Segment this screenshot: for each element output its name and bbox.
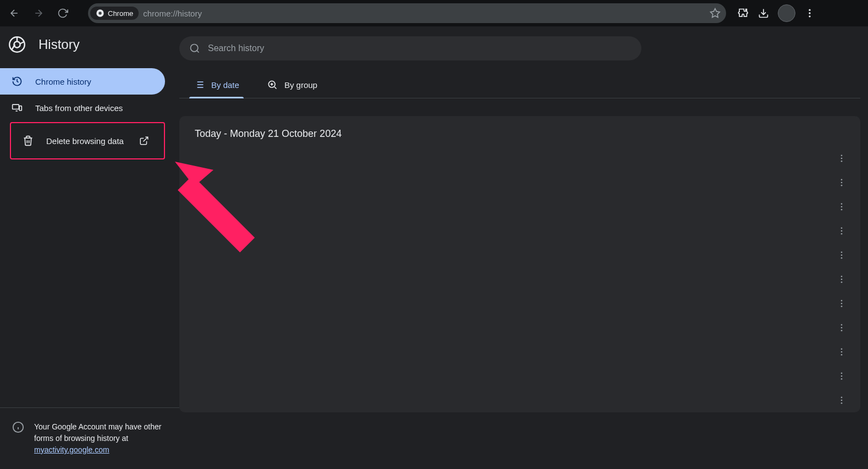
history-row[interactable] <box>179 388 860 412</box>
svg-point-54 <box>841 396 843 398</box>
row-more-button[interactable] <box>834 393 849 408</box>
more-vert-icon <box>837 299 847 308</box>
browser-menu-button[interactable] <box>803 7 816 20</box>
devices-icon <box>11 102 23 114</box>
history-card: Today - Monday 21 October 2024 <box>179 116 860 412</box>
sidebar-header: History <box>0 36 179 53</box>
history-row[interactable] <box>179 364 860 388</box>
more-vert-icon <box>837 371 847 381</box>
history-row[interactable] <box>179 219 860 243</box>
svg-rect-9 <box>13 104 19 109</box>
svg-point-50 <box>841 354 843 356</box>
svg-point-24 <box>841 155 843 156</box>
svg-point-34 <box>841 230 843 232</box>
back-button[interactable] <box>4 3 24 23</box>
arrow-left-icon <box>9 8 20 19</box>
svg-point-5 <box>809 12 810 14</box>
tab-label: By date <box>211 80 239 90</box>
history-row[interactable] <box>179 267 860 291</box>
browser-toolbar: Chrome chrome://history <box>0 0 868 26</box>
history-app: History Chrome history Tabs from other d… <box>0 26 868 469</box>
svg-point-36 <box>841 251 843 253</box>
sidebar-item-chrome-history[interactable]: Chrome history <box>0 68 165 95</box>
more-vert-icon <box>837 250 847 260</box>
svg-point-32 <box>841 209 843 211</box>
open-external-icon <box>139 136 149 146</box>
svg-point-30 <box>841 203 843 205</box>
svg-point-37 <box>841 255 843 256</box>
downloads-button[interactable] <box>757 7 770 20</box>
svg-point-42 <box>841 300 843 301</box>
svg-point-47 <box>841 330 843 332</box>
profile-avatar[interactable] <box>778 4 795 22</box>
sidebar-item-label: Tabs from other devices <box>35 103 123 113</box>
extensions-button[interactable] <box>736 7 749 20</box>
search-bar[interactable] <box>179 36 641 60</box>
sidebar-item-delete-browsing-data[interactable]: Delete browsing data <box>10 122 165 159</box>
row-more-button[interactable] <box>834 223 849 239</box>
sidebar: History Chrome history Tabs from other d… <box>0 26 179 469</box>
site-chip-label: Chrome <box>108 9 133 18</box>
chrome-logo-icon <box>9 36 25 53</box>
svg-point-25 <box>841 158 843 159</box>
svg-point-40 <box>841 279 843 280</box>
history-row[interactable] <box>179 316 860 340</box>
star-icon <box>710 8 721 19</box>
more-vert-icon <box>837 202 847 212</box>
tabs: By date By group <box>179 73 860 98</box>
main-content: By date By group Today - Monday 21 Octob… <box>179 26 868 469</box>
history-row[interactable] <box>179 340 860 364</box>
info-icon <box>12 421 24 433</box>
svg-line-16 <box>197 51 199 53</box>
history-row[interactable] <box>179 195 860 219</box>
svg-point-44 <box>841 306 843 307</box>
svg-rect-10 <box>19 106 21 111</box>
svg-point-15 <box>191 45 198 52</box>
row-more-button[interactable] <box>834 151 849 166</box>
more-vert-icon <box>837 226 847 236</box>
sidebar-item-label: Delete browsing data <box>46 136 124 146</box>
row-more-button[interactable] <box>834 368 849 384</box>
bookmark-button[interactable] <box>708 7 722 20</box>
history-row[interactable] <box>179 170 860 195</box>
site-chip[interactable]: Chrome <box>90 7 139 20</box>
tab-by-date[interactable]: By date <box>189 73 244 98</box>
svg-point-38 <box>841 257 843 259</box>
svg-point-35 <box>841 233 843 235</box>
row-more-button[interactable] <box>834 320 849 335</box>
svg-point-46 <box>841 327 843 329</box>
forward-button[interactable] <box>29 3 48 23</box>
svg-point-49 <box>841 351 843 353</box>
myactivity-link[interactable]: myactivity.google.com <box>34 445 109 454</box>
svg-point-48 <box>841 348 843 350</box>
svg-point-43 <box>841 303 843 305</box>
row-more-button[interactable] <box>834 296 849 311</box>
row-more-button[interactable] <box>834 247 849 263</box>
puzzle-icon <box>737 8 748 19</box>
history-row[interactable] <box>179 146 860 170</box>
date-header: Today - Monday 21 October 2024 <box>179 116 860 146</box>
download-icon <box>758 8 769 19</box>
tab-by-group[interactable]: By group <box>262 73 322 98</box>
svg-point-45 <box>841 324 843 325</box>
search-icon <box>189 43 200 54</box>
history-row[interactable] <box>179 243 860 267</box>
search-input[interactable] <box>208 43 631 53</box>
svg-point-6 <box>809 15 810 17</box>
history-row[interactable] <box>179 291 860 316</box>
svg-point-27 <box>841 179 843 180</box>
omnibox[interactable]: Chrome chrome://history <box>88 3 726 23</box>
reload-button[interactable] <box>53 3 73 23</box>
row-more-button[interactable] <box>834 272 849 287</box>
more-vert-icon <box>837 178 847 187</box>
svg-line-11 <box>143 137 147 141</box>
svg-point-31 <box>841 206 843 208</box>
svg-point-39 <box>841 275 843 277</box>
row-more-button[interactable] <box>834 199 849 214</box>
row-more-button[interactable] <box>834 344 849 360</box>
row-more-button[interactable] <box>834 175 849 190</box>
sidebar-item-tabs-other-devices[interactable]: Tabs from other devices <box>0 95 165 121</box>
more-vert-icon <box>837 395 847 405</box>
svg-point-4 <box>809 9 810 11</box>
svg-point-55 <box>841 400 843 401</box>
